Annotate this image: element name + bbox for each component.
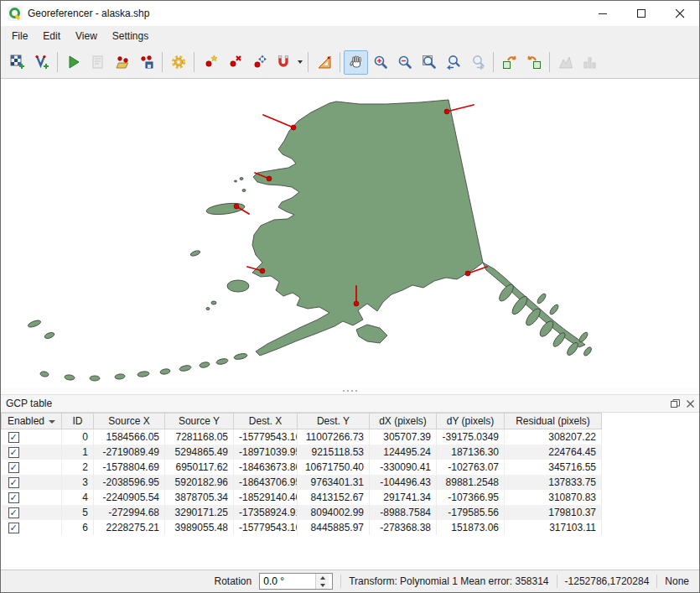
table-cell[interactable]: -272994.68 — [94, 505, 165, 520]
column-header-source-x[interactable]: Source X — [94, 414, 165, 429]
table-cell[interactable]: 9215118.53 — [298, 445, 370, 460]
rotation-decrement-button[interactable] — [316, 581, 329, 589]
column-header-dx-pixels[interactable]: dX (pixels) — [370, 414, 437, 429]
enabled-checkbox[interactable]: ✓ — [8, 492, 19, 503]
zoom-next-button[interactable] — [465, 50, 490, 75]
column-header-residual-pixels[interactable]: Residual (pixels) — [505, 414, 602, 429]
table-cell[interactable]: 2 — [62, 460, 94, 475]
table-cell[interactable]: -104496.43 — [370, 475, 437, 490]
rotation-input[interactable] — [260, 574, 315, 589]
panel-splitter[interactable] — [1, 388, 699, 394]
table-cell[interactable]: -179585.56 — [437, 505, 505, 520]
menu-settings[interactable]: Settings — [105, 27, 156, 45]
table-cell[interactable]: -278368.38 — [370, 520, 437, 535]
table-cell[interactable]: 179810.37 — [505, 505, 602, 520]
rotation-spinbox[interactable] — [259, 573, 333, 590]
table-cell[interactable]: 317103.11 — [505, 520, 602, 535]
zoom-to-layer-button[interactable] — [417, 50, 441, 75]
menu-file[interactable]: File — [4, 27, 35, 45]
link-georeferencer-to-qgis-button[interactable] — [497, 50, 521, 75]
table-cell[interactable]: 345716.55 — [505, 460, 602, 475]
menu-edit[interactable]: Edit — [35, 27, 68, 45]
table-cell[interactable]: 8094002.99 — [298, 505, 370, 520]
column-header-source-y[interactable]: Source Y — [165, 414, 234, 429]
pan-button[interactable] — [344, 50, 368, 75]
table-cell[interactable]: 305707.39 — [370, 429, 437, 445]
maximize-button[interactable] — [622, 1, 661, 26]
menu-view[interactable]: View — [68, 27, 105, 45]
enabled-checkbox[interactable]: ✓ — [8, 447, 19, 458]
table-cell[interactable]: -1578804.69 — [94, 460, 165, 475]
table-cell[interactable]: -102763.07 — [437, 460, 505, 475]
table-cell[interactable]: 187136.30 — [437, 445, 505, 460]
table-cell[interactable]: 0 — [62, 429, 94, 445]
column-header-dest-y[interactable]: Dest. Y — [298, 414, 370, 429]
enabled-checkbox[interactable]: ✓ — [8, 462, 19, 473]
close-button[interactable] — [661, 1, 699, 26]
start-georeferencing-button[interactable] — [61, 50, 86, 75]
table-cell[interactable]: 8445885.97 — [298, 520, 370, 535]
table-cell[interactable]: -18463673.80 — [234, 460, 298, 475]
table-cell[interactable]: 3989055.48 — [165, 520, 234, 535]
table-cell[interactable]: 8413152.67 — [298, 490, 370, 505]
table-cell[interactable]: 291741.34 — [370, 490, 437, 505]
move-gcp-point-button[interactable] — [246, 50, 271, 75]
table-cell[interactable]: 5 — [62, 505, 94, 520]
column-header-id[interactable]: ID — [62, 414, 94, 429]
table-cell[interactable]: -17358924.91 — [234, 505, 298, 520]
table-cell[interactable]: 1584566.05 — [94, 429, 165, 445]
enabled-checkbox[interactable]: ✓ — [8, 523, 19, 533]
table-cell[interactable]: 2228275.21 — [94, 520, 165, 535]
table-cell[interactable]: -18971039.95 — [234, 445, 298, 460]
table-cell[interactable]: 5920182.96 — [165, 475, 234, 490]
zoom-last-button[interactable] — [441, 50, 465, 75]
open-vector-button[interactable] — [29, 50, 54, 75]
enabled-checkbox[interactable]: ✓ — [8, 432, 19, 443]
table-cell[interactable]: -2719089.49 — [94, 445, 165, 460]
table-cell[interactable]: 5294865.49 — [165, 445, 234, 460]
table-cell[interactable]: 7281168.05 — [165, 429, 234, 445]
table-cell[interactable]: 124495.24 — [370, 445, 437, 460]
zoom-in-button[interactable] — [368, 50, 392, 75]
local-histogram-stretch-button[interactable] — [578, 50, 602, 75]
table-cell[interactable]: 6950117.62 — [165, 460, 234, 475]
column-header-enabled[interactable]: Enabled — [2, 414, 62, 429]
link-qgis-to-georeferencer-button[interactable] — [521, 50, 546, 75]
open-raster-button[interactable] — [5, 50, 29, 75]
rotation-increment-button[interactable] — [316, 574, 329, 581]
full-histogram-stretch-button[interactable] — [553, 50, 578, 75]
enabled-checkbox[interactable]: ✓ — [8, 477, 19, 488]
table-cell[interactable]: -2038596.95 — [94, 475, 165, 490]
load-gcp-points-button[interactable] — [110, 50, 134, 75]
set-square-button[interactable] — [312, 50, 336, 75]
table-cell[interactable]: 224764.45 — [505, 445, 602, 460]
table-cell[interactable]: 310870.83 — [505, 490, 602, 505]
float-panel-icon[interactable] — [671, 399, 680, 408]
table-cell[interactable]: 89881.2548 — [437, 475, 505, 490]
enabled-checkbox[interactable]: ✓ — [8, 507, 19, 518]
table-cell[interactable]: -2240905.54 — [94, 490, 165, 505]
table-cell[interactable]: 3290171.25 — [165, 505, 234, 520]
table-cell[interactable]: 9763401.31 — [298, 475, 370, 490]
table-cell[interactable]: 6 — [62, 520, 94, 535]
generate-gdal-script-button[interactable] — [86, 50, 110, 75]
minimize-button[interactable] — [583, 1, 622, 26]
delete-point-button[interactable] — [222, 50, 246, 75]
table-cell[interactable]: 137833.75 — [505, 475, 602, 490]
table-cell[interactable]: 4 — [62, 490, 94, 505]
table-cell[interactable]: -15779543.16 — [234, 520, 298, 535]
zoom-out-button[interactable] — [392, 50, 417, 75]
table-cell[interactable]: 151873.06 — [437, 520, 505, 535]
table-cell[interactable]: 3 — [62, 475, 94, 490]
gcp-marker[interactable] — [263, 115, 296, 130]
table-cell[interactable]: -18643706.95 — [234, 475, 298, 490]
add-point-button[interactable] — [198, 50, 222, 75]
table-cell[interactable]: 1 — [62, 445, 94, 460]
map-canvas[interactable] — [1, 79, 699, 388]
table-cell[interactable]: 10671750.40 — [298, 460, 370, 475]
snapping-dropdown-button[interactable] — [295, 50, 304, 75]
table-cell[interactable]: -107366.95 — [437, 490, 505, 505]
column-header-dy-pixels[interactable]: dY (pixels) — [437, 414, 505, 429]
transformation-settings-button[interactable] — [166, 50, 190, 75]
table-cell[interactable]: -18529140.40 — [234, 490, 298, 505]
